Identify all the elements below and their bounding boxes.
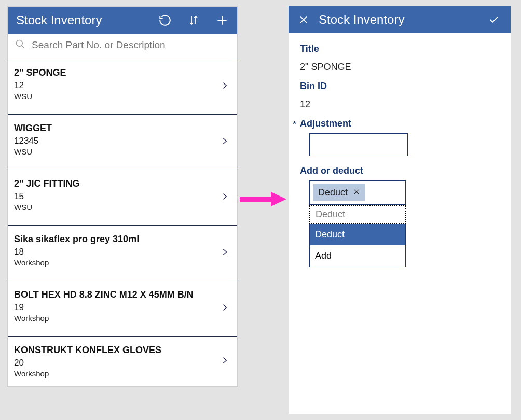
inventory-list-item[interactable]: KONSTRUKT KONFLEX GLOVES20Workshop <box>8 337 237 386</box>
item-location: WSU <box>14 203 231 212</box>
item-title: Sika sikaflex pro grey 310ml <box>14 234 231 245</box>
item-location: Workshop <box>14 369 231 378</box>
chevron-right-icon <box>221 353 229 370</box>
list-header: Stock Inventory <box>8 7 237 34</box>
item-location: WSU <box>14 92 231 101</box>
item-title: WIGGET <box>14 123 231 134</box>
adjustment-input[interactable] <box>309 133 408 156</box>
selected-chip[interactable]: Deduct <box>313 184 365 201</box>
add-or-deduct-field[interactable]: Deduct <box>309 180 406 205</box>
inventory-form-panel: Stock Inventory Title 2" SPONGE Bin ID 1… <box>289 6 511 414</box>
search-row[interactable] <box>8 34 237 59</box>
chevron-right-icon <box>221 134 229 150</box>
form-title: Stock Inventory <box>319 12 477 27</box>
inventory-list-item[interactable]: 2" JIC FITTING15WSU <box>8 170 237 226</box>
item-subtitle: 12 <box>14 80 231 91</box>
add-icon[interactable] <box>215 13 229 27</box>
item-subtitle: 20 <box>14 358 231 368</box>
item-title: 2" SPONGE <box>14 67 231 78</box>
item-location: Workshop <box>14 314 231 323</box>
close-icon[interactable] <box>298 14 309 25</box>
svg-rect-1 <box>240 197 274 202</box>
item-title: BOLT HEX HD 8.8 ZINC M12 X 45MM B/N <box>14 289 231 300</box>
dropdown-options-list: DeductAdd <box>309 224 406 267</box>
dropdown-option[interactable]: Deduct <box>310 224 405 245</box>
item-location: Workshop <box>14 258 231 267</box>
inventory-list-item[interactable]: Sika sikaflex pro grey 310ml18Workshop <box>8 226 237 281</box>
dropdown-option[interactable]: Add <box>310 245 405 267</box>
inventory-list-item[interactable]: WIGGET12345WSU <box>8 115 237 170</box>
annotation-arrow <box>240 192 286 206</box>
svg-marker-2 <box>271 192 286 206</box>
label-title: Title <box>300 44 499 54</box>
item-title: KONSTRUKT KONFLEX GLOVES <box>14 345 231 356</box>
search-icon <box>15 39 25 51</box>
item-subtitle: 19 <box>14 302 231 313</box>
sort-icon[interactable] <box>187 13 200 27</box>
label-add-or-deduct: Add or deduct <box>300 165 499 176</box>
item-subtitle: 12345 <box>14 136 231 146</box>
search-input[interactable] <box>31 39 230 51</box>
chip-label: Deduct <box>318 187 348 198</box>
form-header: Stock Inventory <box>289 6 511 33</box>
required-star-icon: * <box>293 119 296 130</box>
item-subtitle: 15 <box>14 191 231 202</box>
list-title: Stock Inventory <box>16 13 158 27</box>
value-bin-id: 12 <box>300 99 499 110</box>
chevron-right-icon <box>221 245 229 261</box>
refresh-icon[interactable] <box>158 13 172 27</box>
inventory-list-item[interactable]: BOLT HEX HD 8.8 ZINC M12 X 45MM B/N19Wor… <box>8 281 237 337</box>
item-title: 2" JIC FITTING <box>14 178 231 189</box>
inventory-list-item[interactable]: 2" SPONGE12WSU <box>8 59 237 115</box>
label-adjustment: Adjustment <box>300 118 499 129</box>
dropdown-typed-text[interactable]: Deduct <box>309 205 406 224</box>
value-title: 2" SPONGE <box>300 62 499 73</box>
label-bin-id: Bin ID <box>300 81 499 92</box>
item-subtitle: 18 <box>14 247 231 257</box>
chevron-right-icon <box>221 189 229 206</box>
item-location: WSU <box>14 147 231 156</box>
chip-remove-icon[interactable] <box>353 187 360 198</box>
chevron-right-icon <box>221 78 229 95</box>
inventory-list-panel: Stock Inventory 2" SPONGE12WSUWIGGET1234… <box>7 6 238 387</box>
svg-point-0 <box>17 40 23 47</box>
confirm-icon[interactable] <box>487 14 501 25</box>
chevron-right-icon <box>221 300 229 317</box>
